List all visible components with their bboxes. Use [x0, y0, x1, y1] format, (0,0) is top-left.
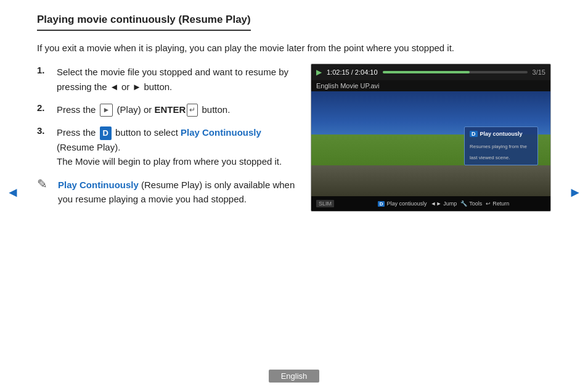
tools-icon: 🔧 [460, 201, 467, 207]
note-text: Play Continuously (Resume Play) is only … [58, 178, 298, 207]
jump-bottom-btn: ◄► Jump [430, 201, 457, 207]
play-continuously-bottom-label: Play contiuously [386, 201, 427, 207]
enter-label: ENTER [154, 104, 186, 115]
return-label: Return [492, 201, 509, 207]
tools-bottom-btn: 🔧 Tools [460, 201, 482, 207]
return-icon: ↩ [486, 201, 491, 207]
step-3: 3. Press the D button to select Play Con… [37, 125, 298, 169]
road-stripe [311, 165, 550, 196]
play-button-icon: ► [100, 104, 113, 117]
screenshot-bottom-bar: SLIM D Play contiuously ◄► Jump 🔧 Tools [311, 196, 550, 211]
jump-label: Jump [443, 201, 457, 207]
step-2-text: Press the ► (Play) or ENTER↵ button. [57, 102, 230, 117]
popup-overlay: D Play contuously Resumes playing from t… [464, 126, 538, 165]
enter-icon: ↵ [187, 104, 198, 117]
language-badge: English [269, 370, 320, 383]
popup-d-icon: D [470, 131, 478, 137]
popup-header: D Play contuously [470, 131, 533, 137]
note-area: ✎ Play Continuously (Resume Play) is onl… [37, 178, 298, 207]
nav-arrow-left[interactable]: ◄ [6, 184, 20, 201]
popup-title: Play contuously [480, 131, 523, 137]
return-bottom-btn: ↩ Return [486, 201, 509, 207]
play-continuously-link-2[interactable]: Play Continuously [58, 180, 139, 190]
step-2: 2. Press the ► (Play) or ENTER↵ button. [37, 102, 298, 117]
progress-bar-fill [383, 71, 470, 73]
step-1-text: Select the movie file you stopped and wa… [57, 65, 298, 94]
bottom-icon-group: D Play contiuously ◄► Jump 🔧 Tools ↩ Ret… [341, 201, 545, 207]
page-container: Playing movie continuously (Resume Play)… [0, 0, 588, 224]
nav-arrow-right[interactable]: ► [568, 184, 582, 201]
d-button-icon: D [100, 126, 112, 140]
progress-bar [383, 71, 528, 73]
popup-description: Resumes playing from the last viewed sce… [470, 144, 527, 160]
step-3-text: Press the D button to select Play Contin… [57, 125, 298, 169]
page-number: 3/15 [533, 68, 545, 76]
time-display: 1:02:15 / 2:04:10 [327, 68, 378, 76]
play-continuously-link-1[interactable]: Play Continuously [181, 127, 261, 138]
screenshot-title-bar: English Movie UP.avi [311, 80, 550, 91]
jump-arrows-icon: ◄► [430, 201, 441, 207]
footer: English [0, 366, 588, 385]
screenshot-main-visual: D Play contuously Resumes playing from t… [311, 91, 550, 196]
file-name: English Movie UP.avi [316, 82, 380, 89]
screenshot-box: ▶ 1:02:15 / 2:04:10 3/15 English Movie U… [311, 64, 551, 212]
step-1: 1. Select the movie file you stopped and… [37, 65, 298, 94]
play-indicator-icon: ▶ [316, 68, 322, 77]
page-title: Playing movie continuously (Resume Play) [37, 14, 251, 31]
play-continuously-bottom-btn: D Play contiuously [378, 201, 427, 207]
tools-label: Tools [469, 201, 482, 207]
step-3-number: 3. [37, 125, 51, 136]
slim-badge: SLIM [316, 200, 334, 207]
content-area: 1. Select the movie file you stopped and… [37, 65, 551, 212]
steps-area: 1. Select the movie file you stopped and… [37, 65, 298, 206]
step-1-number: 1. [37, 65, 51, 75]
step-2-number: 2. [37, 102, 51, 113]
note-icon: ✎ [37, 176, 52, 191]
screenshot-top-bar: ▶ 1:02:15 / 2:04:10 3/15 [311, 64, 550, 80]
intro-text: If you exit a movie when it is playing, … [37, 41, 551, 55]
bottom-d-icon: D [378, 201, 385, 207]
